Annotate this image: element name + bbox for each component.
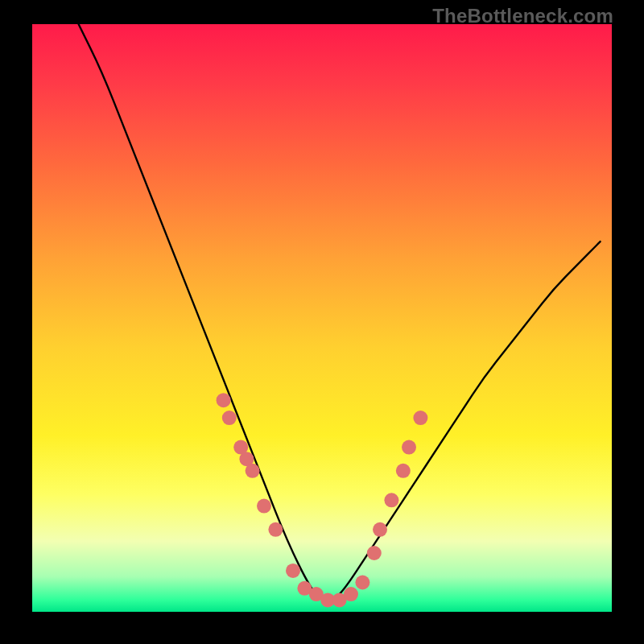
sample-dot	[402, 440, 416, 455]
chart-frame: TheBottleneck.com	[0, 0, 644, 644]
sample-dot	[413, 411, 427, 425]
sample-dot	[355, 576, 369, 590]
sample-dot	[246, 464, 260, 478]
curve-svg	[32, 24, 612, 612]
sample-dot	[367, 546, 382, 560]
sample-dots	[217, 393, 428, 607]
sample-dot	[384, 493, 398, 507]
sample-dot	[344, 587, 358, 601]
sample-dot	[373, 522, 387, 537]
plot-area	[32, 24, 612, 612]
sample-dot	[217, 393, 231, 407]
sample-dot	[257, 499, 271, 514]
sample-dot	[396, 464, 411, 478]
bottleneck-curve	[79, 24, 601, 600]
sample-dot	[268, 522, 283, 537]
sample-dot	[222, 411, 237, 425]
sample-dot	[286, 564, 300, 578]
